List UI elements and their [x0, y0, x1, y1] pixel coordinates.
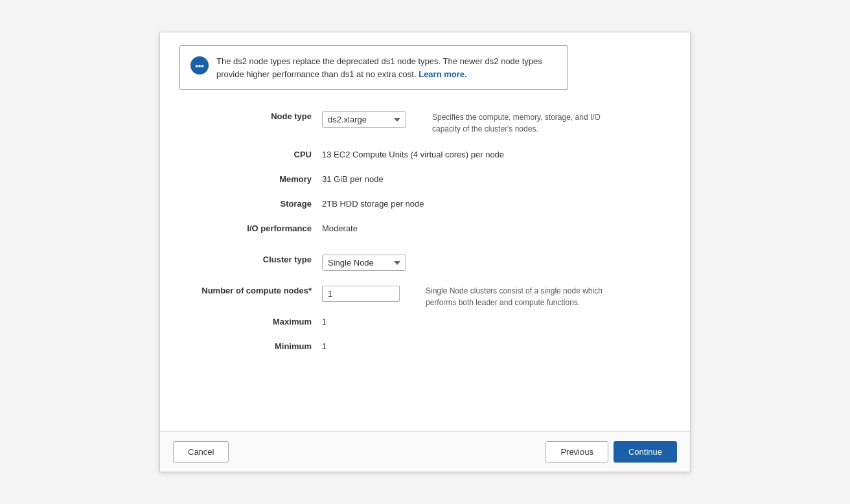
node-type-label: Node type — [192, 108, 322, 121]
storage-row: Storage 2TB HDD storage per node — [192, 196, 671, 209]
compute-nodes-input[interactable] — [322, 286, 400, 302]
minimum-row: Minimum 1 — [192, 338, 400, 351]
minimum-value: 1 — [322, 338, 327, 351]
learn-more-link[interactable]: Learn more. — [419, 69, 466, 79]
cluster-type-label: Cluster type — [192, 251, 322, 264]
io-performance-label: I/O performance — [192, 220, 322, 233]
maximum-value: 1 — [322, 314, 327, 326]
compute-nodes-row: Number of compute nodes* Maximum 1 Minim… — [192, 282, 671, 363]
memory-value: 31 GiB per node — [322, 171, 384, 184]
maximum-row: Maximum 1 — [192, 314, 400, 326]
storage-label: Storage — [192, 196, 322, 209]
node-type-select[interactable]: ds2.xlarge ds2.8xlarge dc2.large dc2.8xl… — [322, 111, 406, 128]
cancel-button[interactable]: Cancel — [173, 441, 229, 463]
memory-label: Memory — [192, 171, 322, 184]
cluster-type-row: Cluster type Single Node Multi-Node — [192, 251, 671, 271]
dialog-footer: Cancel Previous Continue — [160, 431, 690, 472]
memory-row: Memory 31 GiB per node — [192, 171, 671, 184]
compute-nodes-label: Number of compute nodes* — [192, 282, 322, 295]
previous-button[interactable]: Previous — [546, 441, 608, 463]
continue-button[interactable]: Continue — [614, 441, 677, 463]
form-section: Node type ds2.xlarge ds2.8xlarge dc2.lar… — [179, 108, 671, 363]
cpu-value: 13 EC2 Compute Units (4 virtual cores) p… — [322, 146, 504, 159]
cluster-type-select[interactable]: Single Node Multi-Node — [322, 255, 406, 271]
io-performance-row: I/O performance Moderate — [192, 220, 671, 233]
banner-text: The ds2 node types replace the deprecate… — [216, 55, 557, 80]
cpu-label: CPU — [192, 146, 322, 159]
storage-value: 2TB HDD storage per node — [322, 196, 424, 209]
info-icon: ••• — [190, 56, 209, 74]
node-type-hint: Specifies the compute, memory, storage, … — [432, 108, 614, 135]
banner-main-text: The ds2 node types replace the deprecate… — [216, 56, 542, 79]
io-performance-value: Moderate — [322, 220, 358, 233]
info-banner: ••• The ds2 node types replace the depre… — [179, 45, 568, 90]
dialog: ••• The ds2 node types replace the depre… — [159, 32, 691, 472]
node-type-row: Node type ds2.xlarge ds2.8xlarge dc2.lar… — [192, 108, 671, 135]
cluster-hint: Single Node clusters consist of a single… — [426, 282, 607, 308]
maximum-label: Maximum — [192, 314, 322, 326]
dialog-body: ••• The ds2 node types replace the depre… — [160, 32, 690, 431]
cpu-row: CPU 13 EC2 Compute Units (4 virtual core… — [192, 146, 671, 159]
minimum-label: Minimum — [192, 338, 322, 351]
